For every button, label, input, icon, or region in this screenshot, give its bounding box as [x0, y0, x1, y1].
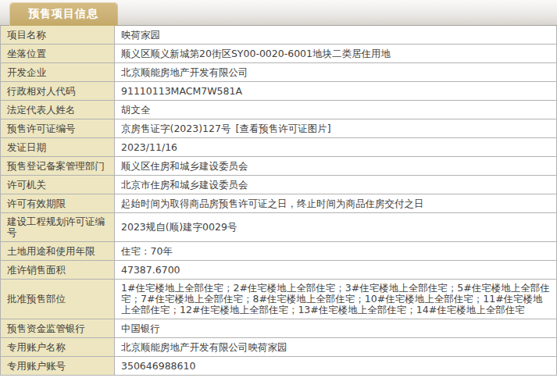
approved-sales-area-value: 47387.6700	[121, 264, 180, 276]
row-label: 开发企业	[1, 63, 115, 81]
row-label: 预售许可证编号	[1, 119, 115, 137]
admin-code-value: 91110113MACM7W581A	[121, 85, 242, 97]
table-row-account-name: 专用账户名称 北京顺能房地产开发有限公司映荷家园	[1, 338, 556, 357]
table-row-supervision-bank: 预售资金监管银行 中国银行	[1, 319, 556, 338]
table-row-approved-presale-parts: 批准预售部位 1#住宅楼地上全部住宅；2#住宅楼地上全部住宅；3#住宅楼地上全部…	[1, 280, 556, 319]
table-row-permit-validity: 许可有效期限 起始时间为取得商品房预售许可证之日，终止时间为商品住房交付之日	[1, 194, 556, 213]
row-label: 专用账户账号	[1, 357, 115, 375]
row-value: 北京顺能房地产开发有限公司映荷家园	[115, 338, 556, 356]
row-value: 2023规自(顺)建字0029号	[115, 213, 556, 241]
row-value: 北京市住房和城乡建设委员会	[115, 176, 556, 194]
table-row-permit-number: 预售许可证编号 京房售证字(2023)127号 [查看预售许可证图片]	[1, 119, 556, 138]
licensing-authority-value: 北京市住房和城乡建设委员会	[121, 179, 248, 191]
table-row-account-number: 专用账户账号 350646988610	[1, 357, 556, 376]
row-value: 住宅：70年	[115, 242, 556, 260]
permit-validity-value: 起始时间为取得商品房预售许可证之日，终止时间为商品住房交付之日	[121, 198, 424, 209]
row-value: 中国银行	[115, 319, 556, 337]
table-row-developer: 开发企业 北京顺能房地产开发有限公司	[1, 63, 556, 82]
table-row-location: 坐落位置 顺义区顺义新城第20街区SY00-0020-6001地块二类居住用地	[1, 45, 556, 63]
row-label: 项目名称	[1, 26, 115, 44]
row-label: 法定代表人姓名	[1, 101, 115, 119]
project-name-value: 映荷家园	[121, 29, 160, 41]
presale-info-table: 项目名称 映荷家园 坐落位置 顺义区顺义新城第20街区SY00-0020-600…	[0, 26, 557, 376]
row-label: 批准预售部位	[1, 280, 115, 319]
table-row-admin-code: 行政相对人代码 91110113MACM7W581A	[1, 82, 556, 101]
account-name-value: 北京顺能房地产开发有限公司映荷家园	[121, 341, 287, 353]
row-value: 起始时间为取得商品房预售许可证之日，终止时间为商品住房交付之日	[115, 194, 556, 212]
supervision-bank-value: 中国银行	[121, 323, 160, 334]
header-bar: 预售项目信息	[0, 0, 557, 26]
row-label: 建设工程规划许可证编号	[1, 213, 115, 241]
land-use-term-value: 住宅：70年	[121, 245, 173, 257]
view-permit-image-link[interactable]: [查看预售许可证图片]	[235, 123, 330, 134]
row-value: 1#住宅楼地上全部住宅；2#住宅楼地上全部住宅；3#住宅楼地上全部住宅；5#住宅…	[115, 280, 556, 319]
planning-permit-number-value: 2023规自(顺)建字0029号	[121, 222, 237, 233]
tab-label: 预售项目信息	[28, 7, 98, 21]
table-row-project-name: 项目名称 映荷家园	[1, 26, 556, 45]
table-row-land-use-term: 土地用途和使用年限 住宅：70年	[1, 242, 556, 261]
row-value: 顺义区住房和城乡建设委员会	[115, 157, 556, 175]
row-value: 映荷家园	[115, 26, 556, 44]
row-label: 土地用途和使用年限	[1, 242, 115, 260]
row-label: 预售登记备案管理部门	[1, 157, 115, 175]
registration-department-value: 顺义区住房和城乡建设委员会	[121, 160, 248, 172]
table-row-issue-date: 发证日期 2023/11/16	[1, 138, 556, 157]
table-row-planning-permit-number: 建设工程规划许可证编号 2023规自(顺)建字0029号	[1, 213, 556, 242]
row-label: 坐落位置	[1, 45, 115, 62]
table-row-licensing-authority: 许可机关 北京市住房和城乡建设委员会	[1, 176, 556, 194]
row-label: 发证日期	[1, 138, 115, 156]
row-label: 专用账户名称	[1, 338, 115, 356]
row-label: 许可有效期限	[1, 194, 115, 212]
row-value: 47387.6700	[115, 261, 556, 279]
table-row-legal-representative: 法定代表人姓名 胡文全	[1, 101, 556, 119]
row-value: 北京顺能房地产开发有限公司	[115, 63, 556, 81]
row-value: 2023/11/16	[115, 138, 556, 156]
row-label: 准许销售面积	[1, 261, 115, 279]
table-row-registration-department: 预售登记备案管理部门 顺义区住房和城乡建设委员会	[1, 157, 556, 176]
row-label: 许可机关	[1, 176, 115, 194]
legal-representative-value: 胡文全	[121, 104, 151, 116]
row-label: 预售资金监管银行	[1, 319, 115, 337]
row-value: 91110113MACM7W581A	[115, 82, 556, 100]
presale-info-page: 预售项目信息 项目名称 映荷家园 坐落位置 顺义区顺义新城第20街区SY00-0…	[0, 0, 557, 376]
row-value: 顺义区顺义新城第20街区SY00-0020-6001地块二类居住用地	[115, 45, 556, 62]
row-value: 京房售证字(2023)127号 [查看预售许可证图片]	[115, 119, 556, 137]
row-value: 胡文全	[115, 101, 556, 119]
account-number-value: 350646988610	[121, 360, 195, 372]
developer-value: 北京顺能房地产开发有限公司	[121, 66, 248, 78]
issue-date-value: 2023/11/16	[121, 141, 177, 153]
approved-presale-parts-value: 1#住宅楼地上全部住宅；2#住宅楼地上全部住宅；3#住宅楼地上全部住宅；5#住宅…	[121, 283, 550, 315]
location-value: 顺义区顺义新城第20街区SY00-0020-6001地块二类居住用地	[121, 48, 391, 59]
row-value: 350646988610	[115, 357, 556, 375]
permit-number-value: 京房售证字(2023)127号	[121, 123, 230, 134]
row-label: 行政相对人代码	[1, 82, 115, 100]
table-row-approved-sales-area: 准许销售面积 47387.6700	[1, 261, 556, 280]
tab-presale-project-info[interactable]: 预售项目信息	[9, 2, 117, 26]
